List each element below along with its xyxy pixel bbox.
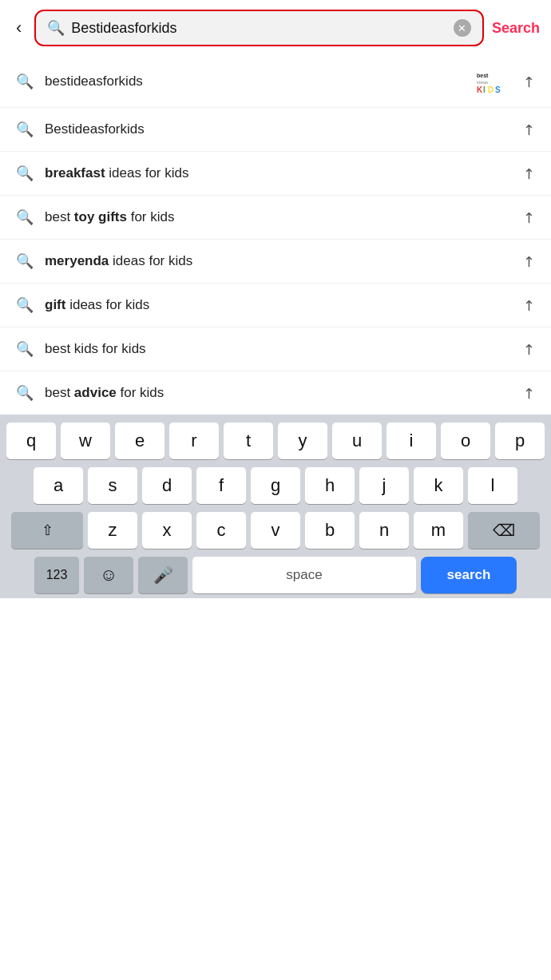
search-button[interactable]: Search: [492, 20, 540, 37]
search-key[interactable]: search: [421, 557, 517, 593]
space-key[interactable]: space: [192, 557, 416, 593]
arrow-icon: ↗: [518, 295, 539, 315]
key-w[interactable]: w: [61, 423, 110, 459]
suggestion-text: best kids for kids: [45, 341, 512, 357]
arrow-icon: ↗: [518, 119, 539, 140]
suggestion-text: Bestideasforkids: [45, 121, 512, 137]
arrow-icon: ↗: [518, 163, 539, 184]
key-t[interactable]: t: [224, 423, 273, 459]
keyboard-row-1: q w e r t y u i o p: [3, 423, 548, 459]
key-v[interactable]: v: [251, 512, 300, 549]
numbers-key[interactable]: 123: [34, 557, 79, 593]
list-item[interactable]: 🔍 best advice for kids ↗: [0, 371, 551, 415]
key-y[interactable]: y: [278, 423, 327, 459]
search-bar[interactable]: 🔍 Bestideasforkids ✕: [34, 10, 484, 46]
key-f[interactable]: f: [196, 467, 246, 504]
suggestion-text: bestideasforkids: [45, 73, 464, 89]
svg-text:D: D: [488, 85, 494, 94]
list-item[interactable]: 🔍 best kids for kids ↗: [0, 327, 551, 371]
key-i[interactable]: i: [386, 423, 436, 459]
key-h[interactable]: h: [305, 467, 355, 504]
keyboard-row-3: ⇧ z x c v b n m ⌫: [3, 512, 548, 549]
svg-text:I: I: [483, 85, 486, 94]
key-g[interactable]: g: [251, 467, 300, 504]
suggestion-text: breakfast ideas for kids: [45, 165, 512, 181]
key-l[interactable]: l: [468, 467, 517, 504]
key-e[interactable]: e: [115, 423, 165, 459]
backspace-icon: ⌫: [493, 521, 515, 540]
shift-icon: ⇧: [42, 522, 54, 539]
search-icon: 🔍: [16, 252, 34, 270]
key-z[interactable]: z: [88, 512, 137, 549]
search-icon: 🔍: [16, 165, 34, 182]
search-header: ‹ 🔍 Bestideasforkids ✕ Search: [0, 0, 551, 56]
search-icon: 🔍: [16, 340, 34, 358]
arrow-icon: ↗: [518, 207, 539, 228]
key-c[interactable]: c: [196, 512, 246, 549]
svg-text:K: K: [477, 85, 483, 94]
search-icon: 🔍: [16, 208, 34, 226]
channel-logo: best ideas K I D S: [475, 69, 512, 94]
shift-key[interactable]: ⇧: [11, 512, 83, 549]
keyboard-bottom-row: 123 ☺ 🎤 space search: [3, 557, 548, 593]
search-input[interactable]: Bestideasforkids: [71, 20, 447, 37]
arrow-icon: ↗: [518, 383, 539, 403]
key-p[interactable]: p: [495, 423, 545, 459]
list-item[interactable]: 🔍 Bestideasforkids ↗: [0, 108, 551, 152]
backspace-key[interactable]: ⌫: [468, 512, 540, 549]
search-icon: 🔍: [47, 19, 65, 37]
svg-text:best: best: [477, 73, 489, 78]
search-icon: 🔍: [16, 384, 34, 402]
svg-text:ideas: ideas: [477, 80, 488, 85]
key-d[interactable]: d: [142, 467, 192, 504]
list-item[interactable]: 🔍 bestideasforkids best ideas K I D S ↗: [0, 56, 551, 108]
key-o[interactable]: o: [441, 423, 490, 459]
mic-key[interactable]: 🎤: [138, 557, 188, 593]
suggestion-text: best toy gifts for kids: [45, 209, 512, 225]
key-q[interactable]: q: [6, 423, 56, 459]
key-u[interactable]: u: [332, 423, 382, 459]
svg-text:S: S: [495, 85, 501, 94]
keyboard: q w e r t y u i o p a s d f g h j k l ⇧ …: [0, 415, 551, 598]
key-a[interactable]: a: [34, 467, 83, 504]
key-j[interactable]: j: [359, 467, 409, 504]
arrow-icon: ↗: [518, 71, 539, 92]
search-icon: 🔍: [16, 121, 34, 138]
key-s[interactable]: s: [88, 467, 137, 504]
suggestions-list: 🔍 bestideasforkids best ideas K I D S ↗ …: [0, 56, 551, 415]
keyboard-row-2: a s d f g h j k l: [3, 467, 548, 504]
key-m[interactable]: m: [414, 512, 463, 549]
back-button[interactable]: ‹: [11, 14, 26, 42]
arrow-icon: ↗: [518, 339, 539, 359]
list-item[interactable]: 🔍 breakfast ideas for kids ↗: [0, 152, 551, 196]
key-r[interactable]: r: [169, 423, 219, 459]
key-n[interactable]: n: [359, 512, 409, 549]
suggestion-text: gift ideas for kids: [45, 297, 512, 313]
key-x[interactable]: x: [142, 512, 192, 549]
list-item[interactable]: 🔍 best toy gifts for kids ↗: [0, 196, 551, 240]
suggestion-text: meryenda ideas for kids: [45, 253, 512, 269]
arrow-icon: ↗: [518, 251, 539, 272]
key-b[interactable]: b: [305, 512, 355, 549]
list-item[interactable]: 🔍 meryenda ideas for kids ↗: [0, 240, 551, 284]
search-icon: 🔍: [16, 296, 34, 314]
list-item[interactable]: 🔍 gift ideas for kids ↗: [0, 284, 551, 327]
key-k[interactable]: k: [414, 467, 463, 504]
suggestion-text: best advice for kids: [45, 385, 512, 401]
clear-button[interactable]: ✕: [454, 19, 471, 37]
search-icon: 🔍: [16, 73, 34, 90]
emoji-key[interactable]: ☺: [84, 557, 133, 593]
